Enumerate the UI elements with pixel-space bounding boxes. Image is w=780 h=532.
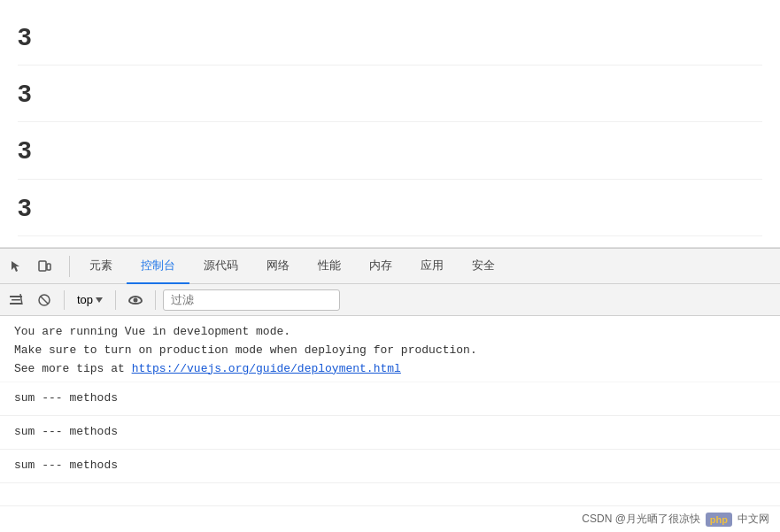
csdn-text: CSDN @月光晒了很凉快 xyxy=(582,512,700,527)
sum-message-1: sum --- methods xyxy=(0,382,780,416)
number-item-4: 3 xyxy=(18,180,762,236)
tab-application[interactable]: 应用 xyxy=(406,249,458,284)
tab-divider-1 xyxy=(69,256,70,277)
devtools-icon-group xyxy=(4,254,57,279)
chinese-label: 中文网 xyxy=(738,512,769,527)
eye-btn[interactable] xyxy=(123,288,148,312)
toolbar-divider-3 xyxy=(155,290,156,310)
number-item-3: 3 xyxy=(18,122,762,179)
context-label: top xyxy=(77,293,93,306)
csdn-watermark: CSDN @月光晒了很凉快 php 中文网 xyxy=(0,505,780,532)
vue-deployment-link[interactable]: https://vuejs.org/guide/deployment.html xyxy=(132,362,401,375)
filter-input[interactable] xyxy=(163,289,340,311)
number-item-2: 3 xyxy=(18,66,762,122)
context-dropdown-icon xyxy=(96,297,103,303)
tab-memory[interactable]: 内存 xyxy=(355,249,406,284)
clear-console-icon[interactable] xyxy=(4,288,28,312)
php-badge: php xyxy=(706,513,732,527)
tab-security[interactable]: 安全 xyxy=(458,249,509,284)
eye-icon xyxy=(128,296,143,305)
toolbar-divider-2 xyxy=(115,290,116,310)
number-item-1: 3 xyxy=(18,9,762,66)
devtools-toolbar: top xyxy=(0,284,780,316)
tab-performance[interactable]: 性能 xyxy=(304,249,355,284)
cursor-icon[interactable] xyxy=(4,254,28,279)
content-area: 3 3 3 3 xyxy=(0,0,780,248)
sum-message-3: sum --- methods xyxy=(0,450,780,483)
svg-line-7 xyxy=(41,297,48,304)
svg-rect-3 xyxy=(12,299,20,301)
context-selector[interactable]: top xyxy=(72,290,108,309)
tab-sources[interactable]: 源代码 xyxy=(189,249,252,284)
vue-warning-message: You are running Vue in development mode.… xyxy=(0,320,780,382)
svg-rect-1 xyxy=(47,264,50,270)
svg-rect-4 xyxy=(10,303,22,305)
toolbar-divider-1 xyxy=(64,290,65,310)
console-output: You are running Vue in development mode.… xyxy=(0,316,780,532)
tab-elements[interactable]: 元素 xyxy=(75,249,127,284)
devtools-tab-bar: 元素 控制台 源代码 网络 性能 内存 应用 安全 xyxy=(0,249,780,284)
device-toggle-icon[interactable] xyxy=(32,254,57,279)
tab-network[interactable]: 网络 xyxy=(252,249,304,284)
svg-rect-0 xyxy=(39,261,46,271)
stop-icon[interactable] xyxy=(32,288,57,312)
sum-message-2: sum --- methods xyxy=(0,416,780,450)
devtools-panel: 元素 控制台 源代码 网络 性能 内存 应用 安全 top xyxy=(0,248,780,532)
tab-console[interactable]: 控制台 xyxy=(127,249,189,284)
php-label: php xyxy=(710,514,728,525)
